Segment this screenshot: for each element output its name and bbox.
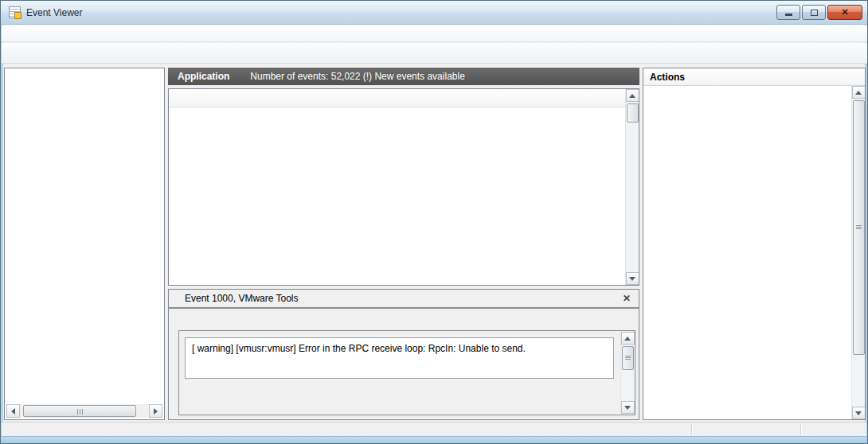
scroll-up-icon [629,94,635,98]
detail-scrollbar-thumb[interactable] [622,346,634,370]
window-bottom-frame [1,436,867,444]
event-list-scrollbar-thumb[interactable] [627,103,639,123]
menubar [2,25,867,42]
scroll-down-icon [629,277,635,281]
actions-scrollbar-thumb[interactable] [853,100,865,355]
scroll-up-button[interactable] [626,89,639,102]
detail-title: Event 1000, VMware Tools [185,293,299,304]
tree-horizontal-scrollbar[interactable] [6,404,162,418]
detail-close-icon[interactable]: ✕ [623,293,631,304]
detail-title-row: Event 1000, VMware Tools ✕ [169,290,639,309]
event-message: [ warning] [vmusr:vmusr] Error in the RP… [192,343,526,354]
event-list-scrollbar[interactable] [625,89,639,285]
scrollbar-grip [625,355,631,360]
scrollbar-grip [856,224,862,230]
log-name: Application [178,71,229,82]
actions-list [643,86,850,419]
log-header-bar: Application Number of events: 52,022 (!)… [168,68,639,85]
window-title: Event Viewer [26,7,82,18]
event-viewer-window: Event Viewer ✕ Application Number of eve… [0,0,868,444]
detail-scrollbar[interactable] [620,332,634,414]
detail-tabs [169,314,639,331]
status-bar [2,422,866,436]
event-detail-panel: Event 1000, VMware Tools ✕ [ warning] [v… [168,289,639,420]
event-viewer-app-icon [9,6,21,18]
general-tab-page: [ warning] [vmusr:vmusr] Error in the RP… [178,330,635,415]
tree-scrollbar-thumb[interactable] [23,405,136,417]
scroll-down-icon [855,411,862,415]
toolbar [2,43,867,64]
scroll-down-icon [624,406,631,410]
maximize-icon [811,10,818,16]
close-icon: ✕ [841,8,848,17]
titlebar[interactable]: Event Viewer ✕ [1,1,867,25]
scroll-left-button[interactable] [6,404,20,418]
close-button[interactable]: ✕ [827,5,862,20]
scroll-right-button[interactable] [149,404,162,418]
scroll-down-button[interactable] [621,401,635,414]
scroll-up-icon [855,91,862,95]
status-bar-separator [800,424,801,434]
maximize-button[interactable] [802,5,826,20]
scroll-down-button[interactable] [852,407,866,419]
scroll-right-icon [154,408,158,415]
scroll-up-icon [624,337,631,341]
scroll-up-button[interactable] [621,332,635,345]
window-controls: ✕ [776,5,862,20]
scrollbar-grip [76,406,84,417]
console-tree-panel [4,68,165,420]
scroll-left-icon [11,408,15,415]
minimize-button[interactable] [776,5,800,20]
actions-pane-title: Actions [643,68,865,86]
scroll-down-button[interactable] [626,272,639,285]
scroll-up-button[interactable] [852,86,866,99]
event-message-box[interactable]: [ warning] [vmusr:vmusr] Error in the RP… [185,337,614,379]
event-list-panel [168,88,639,286]
log-status: Number of events: 52,022 (!) New events … [250,71,464,82]
status-bar-separator [691,424,692,434]
minimize-icon [785,14,792,16]
actions-scrollbar[interactable] [851,86,865,419]
event-list-body [169,107,625,285]
console-tree [6,70,162,402]
actions-panel: Actions [643,68,866,420]
event-list-header [169,89,639,107]
